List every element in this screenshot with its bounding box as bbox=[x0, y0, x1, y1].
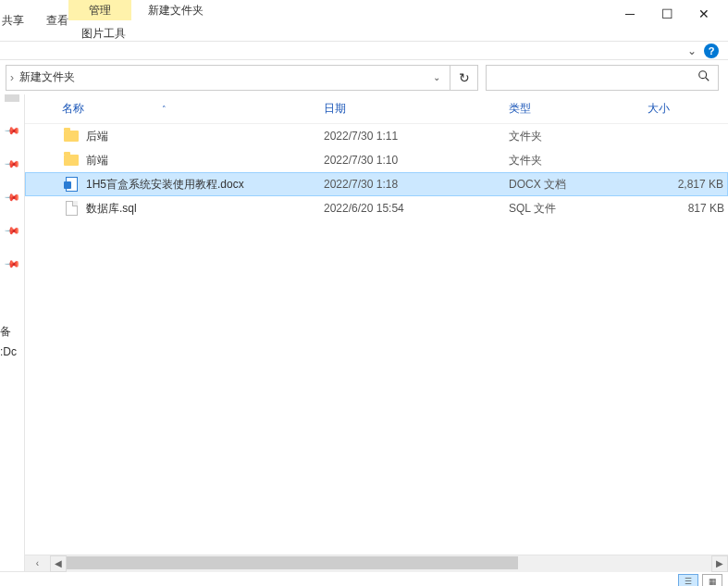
nav-stub-b: :Dc bbox=[0, 345, 25, 358]
file-size: 817 KB bbox=[648, 202, 728, 215]
file-name: 1H5盲盒系统安装使用教程.docx bbox=[86, 177, 324, 193]
maximize-button[interactable]: ☐ bbox=[654, 3, 680, 25]
file-name: 数据库.sql bbox=[86, 201, 324, 217]
folder-icon bbox=[62, 127, 80, 145]
file-type: DOCX 文档 bbox=[509, 177, 648, 193]
file-date: 2022/7/30 1:11 bbox=[324, 130, 509, 143]
tab-picture-tools[interactable]: 图片工具 bbox=[68, 20, 213, 42]
scroll-left-button[interactable]: ◀ bbox=[50, 555, 67, 572]
column-headers: 名称 ˄ 日期 类型 大小 bbox=[25, 94, 728, 124]
help-icon[interactable]: ? bbox=[704, 44, 719, 58]
file-list: 后端2022/7/30 1:11文件夹前端2022/7/30 1:10文件夹1H… bbox=[25, 124, 728, 555]
svg-point-0 bbox=[699, 71, 707, 79]
scroll-right-button[interactable]: ▶ bbox=[711, 555, 728, 572]
ribbon-context-group: 管理 新建文件夹 图片工具 bbox=[68, 0, 213, 42]
thumbnails-view-button[interactable]: ▦ bbox=[702, 574, 722, 587]
file-content: 名称 ˄ 日期 类型 大小 后端2022/7/30 1:11文件夹前端2022/… bbox=[25, 94, 728, 571]
file-date: 2022/6/20 15:54 bbox=[324, 202, 509, 215]
svg-line-1 bbox=[706, 78, 709, 81]
ribbon-left-tabs: 共享 查看 bbox=[0, 0, 68, 42]
minimize-button[interactable]: ─ bbox=[617, 3, 643, 25]
address-bar[interactable]: › 新建文件夹 ⌄ bbox=[6, 65, 450, 91]
sort-caret-icon: ˄ bbox=[162, 105, 167, 114]
file-date: 2022/7/30 1:18 bbox=[324, 178, 509, 191]
file-type: 文件夹 bbox=[509, 153, 648, 168]
pin-icon: 📌 bbox=[5, 189, 20, 205]
title-bar: 共享 查看 管理 新建文件夹 图片工具 ─ ☐ ✕ bbox=[0, 0, 728, 42]
file-row[interactable]: 后端2022/7/30 1:11文件夹 bbox=[25, 124, 728, 148]
ribbon-collapse-row: ⌄ ? bbox=[0, 42, 728, 60]
folder-icon bbox=[62, 151, 80, 169]
file-name: 前端 bbox=[86, 153, 324, 168]
pin-icon: 📌 bbox=[5, 156, 20, 171]
main-area: 📌 📌 📌 📌 📌 备 :Dc 名称 ˄ 日期 类型 大小 后端2022/7/3… bbox=[0, 94, 728, 571]
pin-icon: 📌 bbox=[5, 122, 20, 138]
status-bar: ☰ ▦ bbox=[0, 571, 728, 586]
window-title: 新建文件夹 bbox=[131, 0, 213, 20]
tab-manage[interactable]: 管理 bbox=[68, 0, 131, 20]
breadcrumb-current[interactable]: 新建文件夹 bbox=[19, 69, 422, 85]
nav-pane-peek: 备 :Dc bbox=[0, 324, 25, 364]
ribbon-collapse-icon[interactable]: ⌄ bbox=[687, 44, 697, 57]
window-controls: ─ ☐ ✕ bbox=[617, 0, 728, 28]
nav-pane-handle[interactable] bbox=[5, 94, 19, 102]
file-type: SQL 文件 bbox=[509, 201, 648, 217]
file-icon bbox=[62, 199, 80, 218]
refresh-button[interactable]: ↻ bbox=[450, 65, 478, 91]
column-type[interactable]: 类型 bbox=[509, 101, 648, 117]
scroll-track[interactable] bbox=[67, 555, 711, 572]
docx-icon bbox=[62, 175, 80, 193]
file-row[interactable]: 数据库.sql2022/6/20 15:54SQL 文件817 KB bbox=[25, 196, 728, 220]
tab-share[interactable]: 共享 bbox=[2, 13, 24, 29]
column-name-label: 名称 bbox=[62, 101, 84, 117]
search-icon bbox=[697, 69, 710, 85]
horizontal-scrollbar[interactable]: ‹ ◀ ▶ bbox=[25, 555, 728, 571]
file-row[interactable]: 前端2022/7/30 1:10文件夹 bbox=[25, 148, 728, 172]
column-date[interactable]: 日期 bbox=[324, 101, 509, 117]
file-date: 2022/7/30 1:10 bbox=[324, 154, 509, 167]
file-type: 文件夹 bbox=[509, 129, 648, 144]
search-box[interactable] bbox=[486, 65, 719, 91]
address-history-icon[interactable]: ⌄ bbox=[427, 72, 446, 82]
pin-icon: 📌 bbox=[5, 222, 20, 238]
column-name[interactable]: 名称 ˄ bbox=[62, 101, 324, 117]
details-view-button[interactable]: ☰ bbox=[678, 574, 698, 587]
nav-stub-a: 备 bbox=[0, 324, 25, 340]
close-button[interactable]: ✕ bbox=[691, 3, 717, 25]
tab-view[interactable]: 查看 bbox=[46, 13, 68, 29]
address-row: › 新建文件夹 ⌄ ↻ bbox=[0, 60, 728, 94]
column-size[interactable]: 大小 bbox=[648, 101, 728, 117]
file-name: 后端 bbox=[86, 129, 324, 144]
breadcrumb-separator-icon: › bbox=[10, 71, 14, 84]
pin-icon: 📌 bbox=[5, 256, 20, 271]
nav-pane-expand-icon[interactable]: ‹ bbox=[25, 555, 50, 572]
file-row[interactable]: 1H5盲盒系统安装使用教程.docx2022/7/30 1:18DOCX 文档2… bbox=[25, 172, 728, 196]
file-size: 2,817 KB bbox=[648, 178, 727, 191]
scroll-thumb[interactable] bbox=[67, 556, 518, 569]
